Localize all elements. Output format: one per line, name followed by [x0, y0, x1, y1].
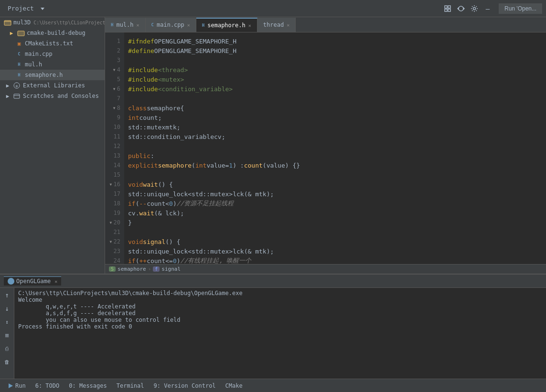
sidebar-item-mul-h[interactable]: H mul.h [0, 59, 105, 70]
code-content[interactable]: #ifndef OPENGLGAME_SEMAPHORE_H #define O… [124, 32, 546, 264]
code-line-16: void wait() { [128, 180, 546, 189]
code-line-19: cv.wait( & lck); [128, 208, 546, 218]
ln-21: 21 [105, 227, 124, 237]
breadcrumb-class[interactable]: semaphore [118, 266, 146, 272]
run-button[interactable]: Run 'Open... [499, 3, 542, 14]
tab-close-main-cpp[interactable]: ✕ [187, 22, 190, 28]
sidebar-item-external-libs[interactable]: ▶ ⊕ External Libraries [0, 80, 105, 91]
ln-2: 2 [105, 46, 124, 55]
tab-icon-main-cpp: C [151, 22, 154, 27]
fold-22[interactable]: ▾ [109, 238, 112, 245]
h-file-icon-semaphore: H [15, 71, 23, 79]
bottom-tab-todo[interactable]: 6: TODO [32, 381, 64, 390]
bottom-tab-close[interactable]: ✕ [54, 279, 57, 284]
fold-4[interactable]: ▾ [113, 66, 116, 73]
project-icon [4, 19, 11, 26]
tab-close-semaphore-h[interactable]: ✕ [248, 23, 251, 28]
code-editor[interactable]: 1 2 3 ▾4 5 ▾6 7 ▾8 9 10 11 12 13 14 15 ▾… [105, 32, 546, 264]
code-line-13: public: [128, 151, 546, 160]
main-cpp-label: main.cpp [25, 51, 53, 57]
sidebar-project-root[interactable]: mul3D C:\Users\ttp\CLionProjects\ [0, 17, 105, 28]
breadcrumb-method[interactable]: signal [161, 266, 181, 272]
semaphore-h-label: semaphore.h [25, 72, 63, 78]
project-dropdown-icon[interactable] [40, 6, 45, 11]
settings-icon[interactable] [469, 3, 480, 14]
tab-label-thread: thread [263, 21, 284, 28]
minus-icon[interactable]: — [482, 3, 493, 14]
print-icon[interactable]: ⎙ [2, 343, 12, 354]
console-line-3: a,s,d,f,g ---- decelerated [18, 310, 542, 317]
tab-icon-mul-h: H [111, 22, 113, 27]
project-path: C:\Users\ttp\CLionProjects\ [33, 20, 105, 25]
tab-main-cpp[interactable]: C main.cpp ✕ [146, 18, 196, 32]
ln-20: ▾20 [105, 218, 124, 227]
fold-20[interactable]: ▾ [109, 219, 112, 226]
svg-rect-2 [448, 6, 450, 8]
bottom-tab-version-control[interactable]: 9: Version Control [150, 381, 220, 390]
fold-8[interactable]: ▾ [113, 105, 116, 111]
code-line-4: #include <thread> [128, 65, 546, 74]
bottom-tab-run[interactable]: Run [4, 381, 30, 390]
sync-icon[interactable] [456, 3, 466, 14]
sidebar: mul3D C:\Users\ttp\CLionProjects\ ▶ cmak… [0, 17, 105, 274]
bottom-tab-cmake[interactable]: CMake [222, 381, 246, 390]
tab-mul-h[interactable]: H mul.h ✕ [105, 18, 146, 32]
tab-close-mul-h[interactable]: ✕ [137, 22, 139, 28]
svg-rect-4 [448, 9, 450, 11]
external-libs-icon: ⊕ [13, 82, 20, 89]
scroll-down-icon[interactable]: ↓ [2, 303, 12, 314]
mul-h-label: mul.h [25, 61, 42, 68]
filter-icon[interactable]: ≡ [2, 330, 12, 340]
ln-17: 17 [105, 189, 124, 199]
scratches-icon: ▶ [4, 92, 11, 100]
ln-12: 12 [105, 141, 124, 151]
bottom-output: C:\Users\ttp\CLionProjects\mul3D\cmake-b… [14, 288, 546, 379]
editor-area: H mul.h ✕ C main.cpp ✕ H semaphore.h ✕ t… [105, 17, 546, 274]
console-line-4: you can also use mouse to control field [18, 317, 542, 323]
trash-icon[interactable]: 🗑 [2, 357, 12, 367]
sidebar-item-cmake-build-debug[interactable]: ▶ cmake-build-debug [0, 28, 105, 38]
code-line-23: std::unique_lock<std::mutex> lck( & mtk)… [128, 246, 546, 256]
fold-6[interactable]: ▾ [113, 85, 116, 92]
breadcrumb-bar: S semaphore › f signal [105, 264, 546, 274]
todo-label: 6: TODO [35, 382, 60, 389]
external-libs-label: External Libraries [23, 82, 85, 89]
run-play-icon [8, 383, 13, 389]
project-root-label: mul3D [13, 19, 31, 26]
bottom-panel: OpenGLGame ✕ ↑ ↓ ↕ ≡ ⎙ 🗑 C:\Users\ttp\CL… [0, 274, 546, 379]
svg-marker-0 [41, 8, 44, 10]
sidebar-item-semaphore-h[interactable]: H semaphore.h [0, 70, 105, 80]
bottom-tab-messages[interactable]: 0: Messages [65, 381, 110, 390]
tab-close-thread[interactable]: ✕ [287, 22, 289, 28]
version-label: 9: Version Control [154, 382, 216, 389]
tab-label-main-cpp: main.cpp [157, 21, 184, 28]
build-icon[interactable] [442, 3, 453, 14]
bottom-tabs: OpenGLGame ✕ [0, 275, 546, 288]
bottom-tab-openglgame[interactable]: OpenGLGame ✕ [4, 276, 61, 286]
scroll-up-icon[interactable]: ↑ [2, 290, 12, 300]
wrap-icon[interactable]: ↕ [2, 317, 12, 327]
run-label: Run [15, 382, 26, 389]
cpp-file-icon: C [15, 50, 23, 58]
tab-thread[interactable]: thread ✕ [257, 18, 296, 32]
bottom-action-bar: ↑ ↓ ↕ ≡ ⎙ 🗑 [0, 288, 14, 379]
scratches-label: Scratches and Consoles [23, 93, 99, 99]
ln-4: ▾4 [105, 65, 124, 74]
svg-text:⊕: ⊕ [16, 84, 18, 88]
line-numbers: 1 2 3 ▾4 5 ▾6 7 ▾8 9 10 11 12 13 14 15 ▾… [105, 32, 124, 264]
ln-9: 9 [105, 113, 124, 122]
libs-icon: ▶ [4, 82, 11, 89]
sidebar-item-cmakelists[interactable]: ▣ CMakeLists.txt [0, 38, 105, 49]
tab-semaphore-h[interactable]: H semaphore.h ✕ [196, 18, 257, 32]
code-line-1: #ifndef OPENGLGAME_SEMAPHORE_H [128, 36, 546, 46]
code-line-8: class semaphore { [128, 103, 546, 113]
fold-16[interactable]: ▾ [109, 181, 112, 188]
bottom-tab-terminal[interactable]: Terminal [113, 381, 148, 390]
tab-bar: H mul.h ✕ C main.cpp ✕ H semaphore.h ✕ t… [105, 17, 546, 32]
bottom-tool-tabs: Run 6: TODO 0: Messages Terminal 9: Vers… [0, 379, 546, 392]
sidebar-item-scratches[interactable]: ▶ Scratches and Consoles [0, 91, 105, 101]
project-label[interactable]: Project [4, 3, 38, 14]
sidebar-item-main-cpp[interactable]: C main.cpp [0, 49, 105, 59]
code-line-18: if (--count < 0) //资源不足挂起线程 [128, 199, 546, 208]
cmake-label: CMake [225, 382, 243, 389]
